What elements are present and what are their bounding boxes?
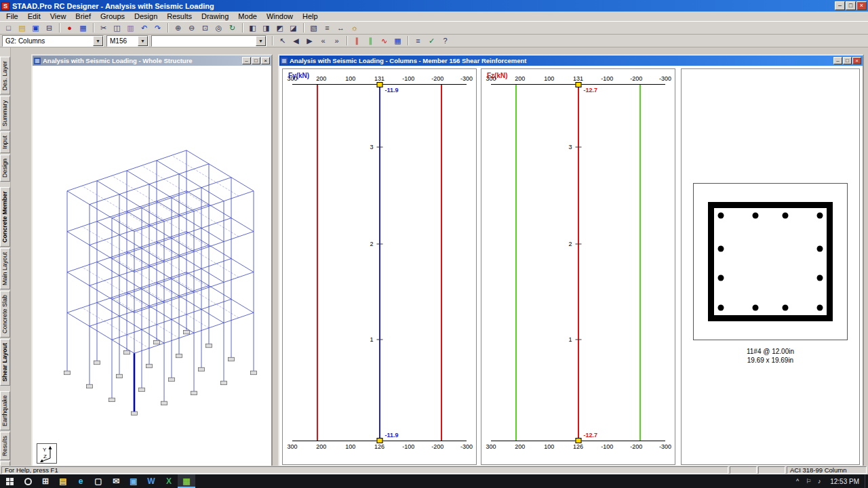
- shear-fz-diagram-icon[interactable]: ∥: [364, 35, 377, 46]
- tab-shear-layout[interactable]: Shear Layout: [0, 339, 10, 386]
- member-selector[interactable]: M156 ▼: [106, 35, 149, 47]
- pan-icon[interactable]: ◎: [212, 22, 225, 33]
- cut-icon[interactable]: ✂: [97, 22, 110, 33]
- next-member-icon[interactable]: ▶: [303, 35, 316, 46]
- tab-des-layer[interactable]: Des. Layer: [0, 57, 10, 95]
- tab-results[interactable]: Results: [0, 432, 10, 460]
- labels-icon[interactable]: ≡: [321, 22, 334, 33]
- file-explorer-icon[interactable]: ▤: [54, 474, 72, 488]
- zoom-out-icon[interactable]: ⊖: [185, 22, 198, 33]
- rotate-view-icon[interactable]: ↻: [226, 22, 239, 33]
- group-selector[interactable]: G2: Columns ▼: [2, 35, 104, 47]
- chevron-down-icon[interactable]: ▼: [93, 36, 103, 46]
- tab-earthquake[interactable]: Earthquake: [0, 391, 10, 430]
- paste-icon[interactable]: ▥: [124, 22, 137, 33]
- menu-view[interactable]: View: [45, 12, 71, 21]
- menu-brief[interactable]: Brief: [71, 12, 96, 21]
- photos-icon[interactable]: ▣: [125, 474, 142, 488]
- redo-icon[interactable]: ↷: [151, 22, 164, 33]
- toggle-grid-icon[interactable]: ▧: [307, 22, 320, 33]
- tab-concrete-member[interactable]: Concrete Member: [0, 187, 10, 247]
- menu-drawing[interactable]: Drawing: [197, 12, 233, 21]
- tab-design[interactable]: Design: [0, 155, 10, 182]
- menu-groups[interactable]: Groups: [96, 12, 130, 21]
- tab-summary[interactable]: Summary: [0, 96, 10, 131]
- start-button[interactable]: [0, 474, 19, 488]
- whole-structure-view-icon[interactable]: ▦: [77, 22, 90, 33]
- structure-window-titlebar[interactable]: ▦ Analysis with Seismic Loading - Whole …: [33, 56, 271, 66]
- menu-design[interactable]: Design: [130, 12, 162, 21]
- volume-icon[interactable]: ♪: [814, 478, 825, 485]
- store-icon[interactable]: ▢: [90, 474, 107, 488]
- word-icon[interactable]: W: [142, 474, 160, 488]
- section-marker-top[interactable]: [376, 82, 382, 87]
- maximize-button[interactable]: □: [846, 1, 856, 10]
- close-button[interactable]: ×: [852, 57, 861, 64]
- minimize-button[interactable]: –: [242, 57, 251, 64]
- shear-fy-diagram-icon[interactable]: ∥: [351, 35, 363, 46]
- minimize-button[interactable]: –: [835, 1, 845, 10]
- show-desktop-button[interactable]: [865, 474, 868, 488]
- tab-schedule[interactable]: Schedule: [0, 462, 10, 466]
- section-marker-top[interactable]: [575, 82, 581, 87]
- first-member-icon[interactable]: «: [317, 35, 330, 46]
- tab-main-layout[interactable]: Main Layout: [0, 248, 10, 289]
- mail-icon[interactable]: ✉: [107, 474, 125, 488]
- copy-icon[interactable]: ◫: [111, 22, 123, 33]
- chevron-down-icon[interactable]: ▼: [256, 36, 266, 46]
- edge-browser-icon[interactable]: e: [72, 474, 90, 488]
- open-file-icon[interactable]: ▤: [16, 22, 28, 33]
- section-marker-bottom[interactable]: [376, 438, 382, 443]
- action-center-icon[interactable]: ⚐: [803, 478, 814, 485]
- staad-pro-taskbar-icon[interactable]: ▦: [178, 474, 195, 488]
- update-design-icon[interactable]: ✓: [425, 35, 438, 46]
- shear-diagram-fz[interactable]: Fz(kN) 300 200 100 131 -100 -200 -300 30…: [481, 68, 675, 465]
- tab-input[interactable]: Input: [0, 131, 10, 153]
- section-panel[interactable]: 11#4 @ 12.00in 19.69 x 19.69in: [681, 68, 860, 465]
- search-button[interactable]: [19, 474, 37, 488]
- last-member-icon[interactable]: »: [330, 35, 343, 46]
- maximize-button[interactable]: □: [843, 57, 852, 64]
- print-icon[interactable]: ⊟: [43, 22, 56, 33]
- task-view-icon[interactable]: ⊞: [37, 474, 54, 488]
- excel-icon[interactable]: X: [160, 474, 178, 488]
- menu-results[interactable]: Results: [162, 12, 197, 21]
- dimensions-icon[interactable]: ↔: [334, 22, 347, 33]
- save-icon[interactable]: ▣: [29, 22, 42, 33]
- previous-member-icon[interactable]: ◀: [290, 35, 302, 46]
- select-cursor-icon[interactable]: ↖: [276, 35, 289, 46]
- maximize-button[interactable]: □: [252, 57, 260, 64]
- chevron-down-icon[interactable]: ▼: [138, 36, 148, 46]
- member-query-icon[interactable]: ?: [439, 35, 452, 46]
- tab-concrete-slab[interactable]: Concrete Slab: [0, 291, 10, 338]
- minimize-button[interactable]: –: [833, 57, 842, 64]
- view-side-icon[interactable]: ◨: [260, 22, 273, 33]
- results-window-titlebar[interactable]: ▦ Analysis with Seismic Loading - Column…: [279, 56, 863, 66]
- reinforcement-view-icon[interactable]: ▦: [391, 35, 404, 46]
- view-front-icon[interactable]: ◧: [246, 22, 259, 33]
- section-marker-bottom[interactable]: [575, 438, 581, 443]
- undo-icon[interactable]: ↶: [138, 22, 151, 33]
- structure-canvas[interactable]: Y Z: [33, 66, 271, 466]
- menu-mode[interactable]: Mode: [233, 12, 262, 21]
- menu-file[interactable]: File: [1, 12, 23, 21]
- new-file-icon[interactable]: □: [2, 22, 15, 33]
- options-icon[interactable]: ☼: [348, 22, 361, 33]
- hidden-icons-chevron-icon[interactable]: ^: [792, 478, 803, 485]
- menu-help[interactable]: Help: [298, 12, 323, 21]
- load-selector[interactable]: ▼: [151, 35, 267, 47]
- view-top-icon[interactable]: ◩: [273, 22, 286, 33]
- zoom-window-icon[interactable]: ⊡: [199, 22, 212, 33]
- close-button[interactable]: ×: [261, 57, 270, 64]
- menu-edit[interactable]: Edit: [23, 12, 45, 21]
- story-label: 2: [370, 241, 373, 247]
- moment-diagram-icon[interactable]: ∿: [378, 35, 391, 46]
- zoom-in-icon[interactable]: ⊕: [172, 22, 184, 33]
- snapshot-icon[interactable]: ●: [63, 22, 76, 33]
- design-brief-icon[interactable]: ≡: [412, 35, 425, 46]
- taskbar-clock[interactable]: 12:53 PM: [825, 478, 865, 485]
- view-isometric-icon[interactable]: ◪: [287, 22, 300, 33]
- menu-window[interactable]: Window: [262, 12, 298, 21]
- shear-diagram-fy[interactable]: Fy(kN) 300 200 100 131 -100 -200 -300 30…: [282, 68, 477, 465]
- close-button[interactable]: ×: [856, 1, 867, 10]
